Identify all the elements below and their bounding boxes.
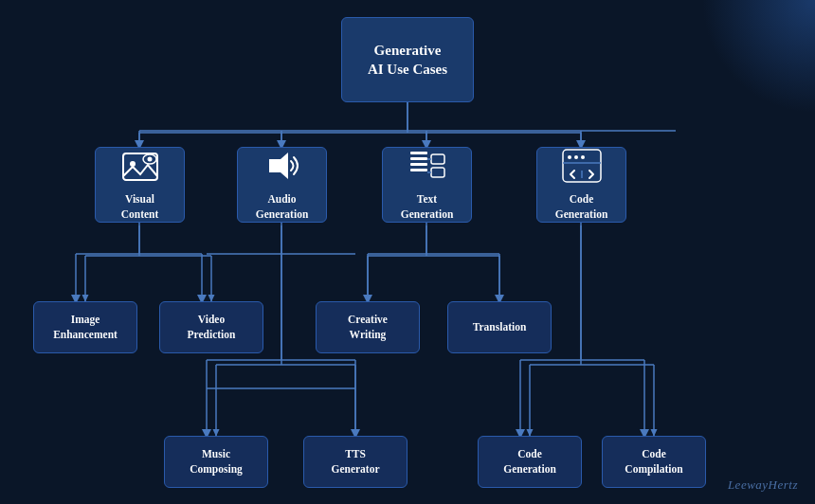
svg-rect-34 — [410, 163, 427, 166]
root-node: Generative AI Use Cases — [341, 17, 474, 102]
svg-rect-27 — [123, 153, 157, 180]
svg-rect-37 — [431, 168, 444, 177]
text-generation-node: Text Generation — [382, 147, 472, 223]
code-compilation-node: Code Compilation — [602, 436, 706, 488]
svg-rect-36 — [431, 154, 444, 164]
music-composing-node: Music Composing — [164, 436, 268, 488]
svg-marker-31 — [269, 153, 288, 179]
code-comp-label: Code Compilation — [625, 447, 682, 477]
svg-rect-33 — [410, 157, 427, 160]
code-label: Code Generation — [555, 192, 608, 222]
translation-label: Translation — [473, 320, 527, 335]
visual-icon — [119, 148, 161, 189]
translation-node: Translation — [447, 301, 552, 353]
creative-writing-node: Creative Writing — [316, 301, 420, 353]
code-generation-node: Code Generation — [536, 147, 626, 223]
music-label: Music Composing — [190, 447, 243, 477]
creative-label: Creative Writing — [348, 313, 388, 342]
video-pred-label: Video Prediction — [188, 313, 236, 342]
watermark: LeewayHertz — [728, 477, 798, 493]
root-label: Generative AI Use Cases — [368, 41, 447, 80]
svg-point-30 — [147, 156, 152, 161]
audio-icon — [262, 148, 303, 189]
audio-generation-node: Audio Generation — [237, 147, 327, 223]
audio-label: Audio Generation — [256, 192, 309, 222]
code-icon — [561, 148, 603, 189]
text-icon — [407, 148, 448, 189]
tts-generator-node: TTS Generator — [303, 436, 408, 488]
tts-label: TTS Generator — [331, 447, 379, 477]
svg-rect-35 — [410, 169, 427, 171]
visual-label: Visual Content — [121, 192, 159, 222]
visual-content-node: Visual Content — [95, 147, 185, 223]
image-enh-label: Image Enhancement — [53, 313, 118, 342]
svg-rect-32 — [410, 152, 427, 154]
code-gen2-label: Code Generation — [503, 447, 556, 477]
video-prediction-node: Video Prediction — [159, 301, 263, 353]
image-enhancement-node: Image Enhancement — [33, 301, 137, 353]
text-label: Text Generation — [401, 192, 454, 222]
svg-point-43 — [581, 155, 585, 159]
svg-point-41 — [568, 155, 571, 159]
svg-point-42 — [574, 155, 578, 159]
code-generation2-node: Code Generation — [478, 436, 582, 488]
